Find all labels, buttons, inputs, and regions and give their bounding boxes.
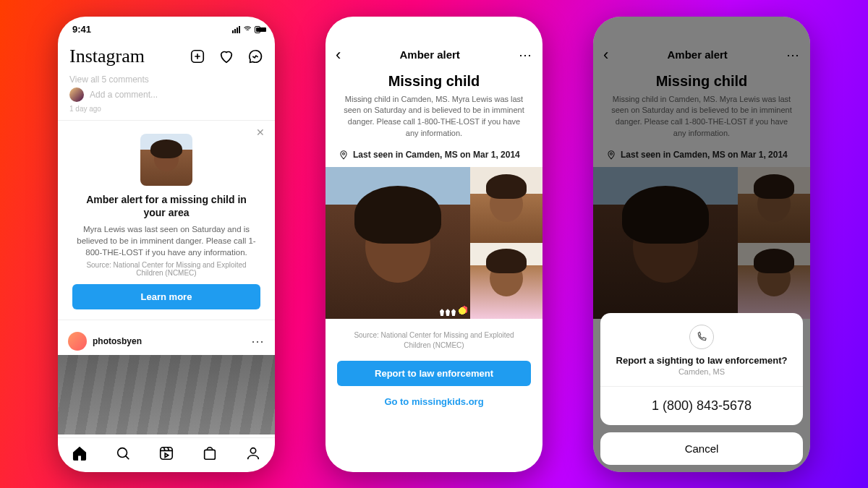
amber-alert-card: ✕ Amber alert for a missing child in you… bbox=[58, 120, 275, 321]
source-attribution: Source: National Center for Missing and … bbox=[326, 319, 542, 351]
activity-heart-icon[interactable] bbox=[218, 48, 234, 64]
cancel-button[interactable]: Cancel bbox=[600, 432, 803, 465]
photo-grid bbox=[326, 167, 542, 319]
detail-body: Missing child Missing child in Camden, M… bbox=[326, 69, 542, 472]
action-sheet-card: Report a sighting to law enforcement? Ca… bbox=[600, 313, 803, 425]
detail-header-title: Amber alert bbox=[399, 48, 459, 61]
tab-search-icon[interactable] bbox=[115, 445, 131, 464]
tab-reels-icon[interactable] bbox=[158, 445, 174, 464]
alert-child-photo bbox=[140, 134, 192, 186]
svg-point-5 bbox=[343, 153, 345, 155]
alert-source: Source: National Center for Missing and … bbox=[72, 261, 260, 277]
svg-point-1 bbox=[118, 448, 127, 458]
child-photo-3[interactable] bbox=[470, 243, 542, 319]
add-comment-row[interactable]: Add a comment... bbox=[58, 86, 275, 105]
post-avatar[interactable] bbox=[68, 332, 87, 351]
missing-child-description: Missing child in Camden, MS. Myra Lewis … bbox=[326, 94, 542, 140]
tab-profile-icon[interactable] bbox=[245, 445, 261, 464]
learn-more-button[interactable]: Learn more bbox=[72, 284, 260, 309]
battery-icon bbox=[255, 26, 260, 33]
missing-child-title: Missing child bbox=[326, 73, 542, 90]
phone-icon bbox=[689, 325, 714, 349]
child-photo-2[interactable] bbox=[470, 167, 542, 243]
action-sheet: Report a sighting to law enforcement? Ca… bbox=[600, 313, 803, 465]
svg-point-4 bbox=[250, 448, 255, 453]
phone-action-sheet: . ‹ Amber alert ⋯ Missing child Missing … bbox=[593, 17, 810, 472]
call-number-button[interactable]: 1 (800) 843-5678 bbox=[600, 387, 803, 425]
wifi-icon bbox=[243, 25, 252, 33]
child-photo-main[interactable] bbox=[326, 167, 470, 319]
last-seen-text: Last seen in Camden, MS on Mar 1, 2014 bbox=[353, 150, 520, 160]
phone-feed: 9:41 Instagram View all 5 comments Add a… bbox=[58, 17, 275, 472]
post-username[interactable]: photosbyen bbox=[93, 336, 245, 346]
post-timestamp: 1 day ago bbox=[58, 105, 275, 117]
alert-body: Myra Lewis was last seen on Saturday and… bbox=[72, 223, 260, 258]
feed-body: View all 5 comments Add a comment... 1 d… bbox=[58, 73, 275, 437]
status-indicators bbox=[232, 25, 260, 33]
svg-rect-3 bbox=[205, 450, 216, 459]
status-time: 9:41 bbox=[72, 24, 91, 35]
add-comment-placeholder: Add a comment... bbox=[90, 90, 158, 100]
cellular-icon bbox=[232, 26, 240, 33]
user-avatar bbox=[69, 87, 84, 102]
post-header: photosbyen ⋯ bbox=[58, 328, 275, 355]
sheet-location: Camden, MS bbox=[608, 367, 796, 376]
tab-shop-icon[interactable] bbox=[202, 445, 218, 464]
more-icon[interactable]: ⋯ bbox=[519, 47, 532, 63]
detail-header: ‹ Amber alert ⋯ bbox=[326, 43, 542, 69]
tab-bar bbox=[58, 437, 275, 472]
sheet-question: Report a sighting to law enforcement? bbox=[608, 355, 796, 366]
last-seen-row: Last seen in Camden, MS on Mar 1, 2014 bbox=[326, 140, 542, 167]
post-image[interactable] bbox=[58, 355, 275, 435]
tab-home-icon[interactable] bbox=[72, 445, 88, 464]
alert-title: Amber alert for a missing child in your … bbox=[72, 193, 260, 219]
location-pin-icon bbox=[339, 150, 349, 160]
report-button[interactable]: Report to law enforcement bbox=[337, 361, 531, 386]
messenger-icon[interactable] bbox=[247, 48, 263, 64]
missingkids-link[interactable]: Go to missingkids.org bbox=[337, 386, 531, 407]
close-icon[interactable]: ✕ bbox=[256, 127, 265, 138]
view-all-comments[interactable]: View all 5 comments bbox=[58, 73, 275, 86]
status-bar: 9:41 bbox=[58, 17, 275, 43]
svg-rect-2 bbox=[161, 448, 173, 460]
phone-detail: . ‹ Amber alert ⋯ Missing child Missing … bbox=[326, 17, 542, 472]
post-more-icon[interactable]: ⋯ bbox=[251, 333, 265, 349]
feed-header: Instagram bbox=[58, 43, 275, 73]
ncmec-logo-icon bbox=[440, 306, 467, 316]
back-icon[interactable]: ‹ bbox=[336, 47, 341, 63]
instagram-logo: Instagram bbox=[69, 46, 145, 67]
new-post-icon[interactable] bbox=[190, 48, 205, 64]
